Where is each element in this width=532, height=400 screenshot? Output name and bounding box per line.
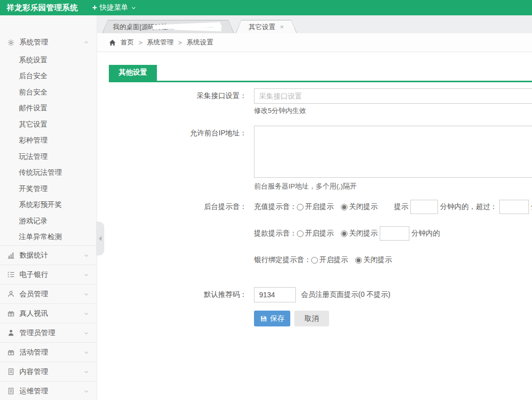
- refcode-help: 会员注册页面提示(0 不提示): [301, 290, 390, 299]
- sidebar-group-label: 运维管理: [19, 387, 79, 396]
- sidebar-subitem-backend-security[interactable]: 后台安全: [0, 68, 97, 85]
- sidebar-collapse-handle[interactable]: [96, 222, 104, 255]
- sidebar-subitem-system-predraw[interactable]: 系统彩预开奖: [0, 197, 97, 214]
- allow-ip-help: 前台服务器IP地址，多个用(,)隔开: [254, 182, 532, 191]
- sidebar-subitem-bet-anomaly[interactable]: 注单异常检测: [0, 229, 97, 246]
- recharge-sound-on-radio[interactable]: [297, 204, 304, 210]
- settings-form: 采集接口设置： 修改5分钟内生效 允许前台IP地址： 前台服务器IP地址，多个用…: [109, 88, 532, 326]
- sidebar-group-label: 真人视讯: [19, 309, 79, 318]
- recharge-hint-middle: 分钟内的，超过：: [440, 202, 497, 211]
- recharge-over-input[interactable]: [499, 200, 529, 214]
- refcode-label: 默认推荐码：: [109, 287, 254, 299]
- withdraw-sound-on-radio[interactable]: [297, 230, 304, 237]
- chevron-down-icon: [83, 311, 89, 317]
- tab-other-settings[interactable]: 其它设置 ×: [236, 20, 297, 33]
- chevron-down-icon: [83, 291, 89, 297]
- plus-icon: +: [92, 3, 97, 12]
- withdraw-sound-label: 提款提示音：: [254, 229, 297, 238]
- bank-bind-sound-row: 银行绑定提示音： 开启提示 关闭提示: [254, 252, 532, 268]
- tab-label: 其它设置: [249, 22, 275, 32]
- allow-ip-textarea[interactable]: [254, 126, 532, 178]
- chevron-down-icon: [83, 272, 89, 278]
- main-area: 我的桌面[源码转让 其它设置 × 首页 > 系统管理 > 系统设置: [97, 15, 532, 400]
- section-tabs: 其他设置: [109, 65, 532, 82]
- section-tab-other-settings[interactable]: 其他设置: [109, 65, 157, 81]
- breadcrumb-separator: >: [138, 39, 143, 46]
- bank-bind-sound-label: 银行绑定提示音：: [254, 255, 311, 265]
- sidebar-group-label: 活动管理: [19, 348, 79, 357]
- document-icon: [7, 368, 15, 375]
- recharge-sound-off-option[interactable]: 关闭提示: [341, 202, 378, 211]
- cancel-button[interactable]: 取消: [294, 311, 329, 326]
- quick-menu-label: 快捷菜单: [100, 3, 128, 12]
- backend-sound-label: 后台提示音：: [109, 199, 254, 211]
- sidebar-group-activities[interactable]: 活动管理: [0, 342, 97, 362]
- gear-icon: [7, 39, 15, 46]
- allow-ip-label: 允许前台IP地址：: [109, 126, 254, 138]
- chevron-down-icon: [83, 252, 89, 258]
- withdraw-minutes-input[interactable]: [380, 226, 409, 241]
- withdraw-sound-off-radio[interactable]: [341, 230, 348, 237]
- chevron-down-icon: [83, 349, 89, 356]
- sidebar-subitem-traditional-play[interactable]: 传统玩法管理: [0, 165, 97, 181]
- recharge-sound-on-option[interactable]: 开启提示: [297, 202, 334, 211]
- sidebar-group-system[interactable]: 系统管理: [0, 33, 97, 52]
- save-button[interactable]: 保存: [254, 311, 290, 326]
- withdraw-sound-row: 提款提示音： 开启提示 关闭提示 分钟内的: [254, 226, 532, 241]
- bank-sound-off-option[interactable]: 关闭提示: [355, 255, 392, 265]
- breadcrumb-current: 系统设置: [187, 38, 213, 47]
- sidebar-subitem-play-methods[interactable]: 玩法管理: [0, 149, 97, 165]
- tab-my-desktop[interactable]: 我的桌面[源码转让: [102, 20, 234, 33]
- withdraw-sound-on-option[interactable]: 开启提示: [297, 229, 334, 238]
- document-icon: [7, 387, 15, 395]
- chevron-down-icon: [83, 330, 89, 336]
- close-icon[interactable]: ×: [280, 23, 284, 31]
- app-title: 祥龙彩乐园管理系统: [7, 3, 78, 13]
- bank-sound-off-radio[interactable]: [355, 257, 362, 264]
- collapse-left-icon: [98, 236, 103, 242]
- breadcrumb-home[interactable]: 首页: [121, 38, 134, 47]
- sidebar-subitem-other-settings[interactable]: 其它设置: [0, 116, 97, 133]
- collect-api-label: 采集接口设置：: [109, 88, 254, 101]
- window-tabbar: 我的桌面[源码转让 其它设置 ×: [97, 15, 532, 33]
- sidebar-group-ebank[interactable]: 电子银行: [0, 265, 97, 284]
- quick-menu-button[interactable]: + 快捷菜单: [92, 3, 136, 12]
- sidebar-group-content[interactable]: 内容管理: [0, 362, 97, 381]
- sidebar-group-statistics[interactable]: 数据统计: [0, 245, 97, 265]
- breadcrumb-system[interactable]: 系统管理: [147, 38, 174, 47]
- sidebar-group-live-video[interactable]: 真人视讯: [0, 303, 97, 323]
- sidebar-subitem-lottery-types[interactable]: 彩种管理: [0, 133, 97, 149]
- refcode-input[interactable]: [254, 287, 296, 302]
- sidebar-group-label: 内容管理: [19, 367, 79, 377]
- sidebar-subitem-system-settings[interactable]: 系统设置: [0, 52, 97, 68]
- recharge-sound-label: 充值提示音：: [254, 202, 297, 211]
- withdraw-sound-off-option[interactable]: 关闭提示: [341, 229, 378, 238]
- collect-api-help: 修改5分钟内生效: [254, 106, 532, 115]
- recharge-hint-prefix: 提示: [394, 202, 408, 211]
- sidebar-subitem-game-records[interactable]: 游戏记录: [0, 213, 97, 229]
- sidebar-group-members[interactable]: 会员管理: [0, 284, 97, 303]
- bank-sound-on-radio[interactable]: [311, 257, 318, 264]
- bank-sound-on-option[interactable]: 开启提示: [311, 255, 348, 265]
- withdraw-hint-suffix: 分钟内的: [411, 229, 440, 238]
- recharge-sound-row: 充值提示音： 开启提示 关闭提示 提示 分钟内的，超过：: [254, 199, 532, 215]
- breadcrumb-separator: >: [178, 39, 182, 46]
- chevron-up-icon: [83, 39, 89, 45]
- sidebar-group-label: 电子银行: [19, 270, 79, 279]
- sidebar-group-label: 数据统计: [19, 251, 79, 260]
- chevron-down-icon: [83, 388, 89, 394]
- collect-api-input[interactable]: [254, 88, 532, 104]
- member-icon: [7, 290, 15, 298]
- sidebar: 系统管理 系统设置 后台安全 前台安全 邮件设置 其它设置 彩种管理 玩法管理 …: [0, 15, 97, 400]
- sidebar-group-label: 管理员管理: [19, 328, 79, 338]
- recharge-minutes-input[interactable]: [410, 200, 438, 214]
- bar-chart-icon: [7, 251, 15, 259]
- recharge-sound-off-radio[interactable]: [341, 204, 348, 210]
- sidebar-group-admins[interactable]: 管理员管理: [0, 323, 97, 342]
- sidebar-group-ops[interactable]: 运维管理: [0, 381, 97, 400]
- sidebar-subitem-mail-settings[interactable]: 邮件设置: [0, 101, 97, 117]
- content-panel: 其他设置 采集接口设置： 修改5分钟内生效 允许前台IP地址： 前台服务器IP地…: [97, 52, 532, 400]
- sidebar-subitem-draw-management[interactable]: 开奖管理: [0, 181, 97, 197]
- admin-user-icon: [7, 329, 15, 337]
- sidebar-subitem-frontend-security[interactable]: 前台安全: [0, 84, 97, 101]
